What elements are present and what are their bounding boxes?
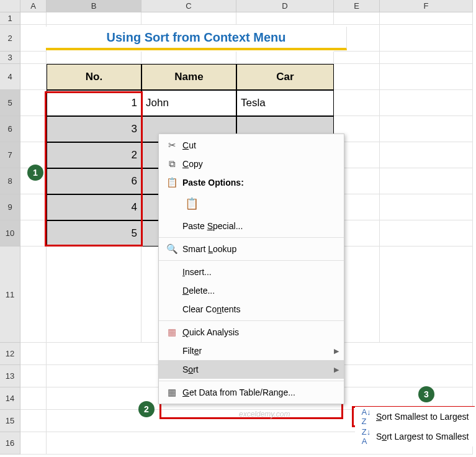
cell[interactable] (236, 12, 334, 25)
watermark: exceldemy.com (239, 410, 290, 419)
menu-quick-analysis[interactable]: ▦ Quick Analysis (159, 323, 344, 342)
cell[interactable] (380, 90, 473, 116)
menu-clear-contents[interactable]: Clear Contents (159, 300, 344, 319)
row-header-7[interactable]: 7 (0, 142, 20, 168)
row-header-4[interactable]: 4 (0, 64, 20, 90)
menu-filter[interactable]: Filter ▶ (159, 342, 344, 360)
cell[interactable] (380, 142, 473, 168)
row-header-3[interactable]: 3 (0, 52, 20, 64)
menu-copy[interactable]: ⧉ Copy (159, 155, 344, 173)
menu-label: Copy (180, 159, 339, 169)
cell[interactable] (47, 247, 141, 343)
table-cell-no[interactable]: 6 (47, 168, 141, 194)
menu-insert[interactable]: Insert... (159, 263, 344, 281)
row-header-2[interactable]: 2 (0, 25, 20, 52)
row-header-6[interactable]: 6 (0, 116, 20, 142)
table-cell-no[interactable]: 3 (47, 116, 141, 142)
col-header-e[interactable]: E (334, 0, 380, 12)
row-header-11[interactable]: 11 (0, 247, 20, 343)
cell[interactable] (20, 64, 47, 90)
cell[interactable] (47, 12, 141, 25)
row-header-5[interactable]: 5 (0, 90, 20, 116)
cell[interactable] (20, 116, 47, 142)
table-header-name[interactable]: Name (141, 64, 236, 90)
menu-label: Smart Lookup (180, 244, 339, 254)
cell[interactable] (47, 52, 141, 64)
cell[interactable] (141, 52, 236, 64)
menu-label: Paste Special... (180, 221, 339, 231)
cell[interactable] (20, 410, 47, 432)
badge-2: 2 (138, 401, 155, 417)
row-header-12[interactable]: 12 (0, 343, 20, 365)
table-cell-no[interactable]: 2 (47, 142, 141, 168)
paste-default-icon[interactable]: 📋 (182, 194, 201, 213)
cell[interactable] (141, 12, 236, 25)
cell[interactable] (380, 168, 473, 194)
col-header-f[interactable]: F (380, 0, 473, 12)
cell[interactable] (334, 52, 380, 64)
cell[interactable] (20, 432, 47, 455)
col-header-a[interactable]: A (20, 0, 47, 12)
col-header-b[interactable]: B (47, 0, 141, 12)
table-header-car[interactable]: Car (236, 64, 334, 90)
cell[interactable] (20, 90, 47, 116)
paste-options-row: 📋 (159, 192, 344, 217)
sort-smallest-to-largest[interactable]: A↓Z Sort Smallest to Largest (355, 407, 476, 427)
col-header-c[interactable]: C (141, 0, 236, 12)
page-title: Using Sort from Context Menu (46, 27, 347, 50)
row-header-10[interactable]: 10 (0, 220, 20, 247)
row-header-9[interactable]: 9 (0, 194, 20, 220)
cell[interactable] (20, 343, 47, 365)
cell[interactable] (334, 12, 380, 25)
table-cell-no[interactable]: 1 (47, 90, 141, 116)
table-cell-no[interactable]: 4 (47, 194, 141, 220)
column-headers: A B C D E F (0, 0, 473, 12)
cell[interactable] (380, 52, 473, 64)
table-cell-no[interactable]: 5 (47, 220, 141, 247)
cell[interactable] (20, 25, 47, 52)
menu-delete[interactable]: Delete... (159, 281, 344, 300)
cell[interactable] (20, 12, 47, 25)
badge-1: 1 (27, 165, 43, 181)
menu-sort[interactable]: Sort ▶ (159, 360, 344, 379)
submenu-label: Sort Largest to Smallest (374, 432, 472, 441)
select-all-corner[interactable] (0, 0, 20, 12)
row-header-16[interactable]: 16 (0, 432, 20, 455)
col-header-d[interactable]: D (236, 0, 334, 12)
menu-get-data[interactable]: ▦ Get Data from Table/Range... (159, 383, 344, 402)
cell[interactable] (20, 365, 47, 387)
badge-3: 3 (418, 386, 434, 402)
cell[interactable] (20, 247, 47, 343)
menu-label: Insert... (180, 267, 339, 277)
cell[interactable] (20, 220, 47, 247)
menu-separator (159, 260, 344, 261)
cell[interactable] (380, 25, 473, 52)
table-cell-car[interactable]: Tesla (236, 90, 334, 116)
menu-smart-lookup[interactable]: 🔍 Smart Lookup (159, 240, 344, 258)
table-icon: ▦ (164, 387, 180, 398)
table-cell-name[interactable]: John (141, 90, 236, 116)
menu-cut[interactable]: ✂ Cut (159, 136, 344, 155)
cell[interactable] (334, 64, 380, 90)
menu-paste-special[interactable]: Paste Special... (159, 217, 344, 235)
row-header-14[interactable]: 14 (0, 387, 20, 410)
cell[interactable] (334, 90, 380, 116)
cell[interactable] (380, 12, 473, 25)
cell[interactable] (380, 247, 473, 343)
cell[interactable] (20, 52, 47, 64)
row-header-8[interactable]: 8 (0, 168, 20, 194)
cell[interactable] (380, 220, 473, 247)
row-header-15[interactable]: 15 (0, 410, 20, 432)
sort-largest-to-smallest[interactable]: Z↓A Sort Largest to Smallest (355, 427, 476, 446)
table-header-no[interactable]: No. (47, 64, 141, 90)
cell[interactable] (380, 64, 473, 90)
cell[interactable] (380, 116, 473, 142)
row-header-13[interactable]: 13 (0, 365, 20, 387)
cell[interactable] (20, 387, 47, 410)
row-header-1[interactable]: 1 (0, 12, 20, 25)
cell[interactable] (236, 52, 334, 64)
cell[interactable] (380, 194, 473, 220)
cell[interactable] (20, 194, 47, 220)
scissors-icon: ✂ (164, 140, 180, 151)
sort-asc-icon: A↓Z (359, 407, 374, 426)
